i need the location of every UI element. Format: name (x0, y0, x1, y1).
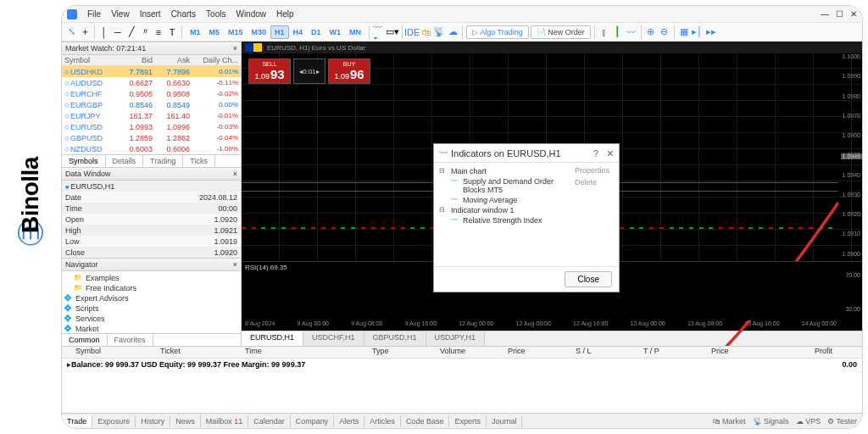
close-icon[interactable]: ✕ (850, 9, 857, 19)
timeframe-H1[interactable]: H1 (270, 25, 289, 39)
toolbox-tab-exposure[interactable]: Exposure (92, 415, 136, 427)
algo-trading-button[interactable]: ▷ Algo Trading (466, 25, 529, 39)
mw-tab-symbols[interactable]: Symbols (62, 155, 106, 167)
status-vps[interactable]: ☁ VPS (796, 417, 821, 426)
dialog-tree-item[interactable]: Indicator window 1 (439, 205, 566, 215)
signals-icon[interactable]: 📡 (433, 26, 445, 38)
toolbox-tab-news[interactable]: News (170, 415, 201, 427)
nav-item[interactable]: Services (64, 314, 239, 324)
market-watch-row[interactable]: USDHKD7.78917.78960.01% (62, 66, 241, 77)
toolbox-tab-experts[interactable]: Experts (449, 415, 487, 427)
toolbox-tab-code base[interactable]: Code Base (401, 415, 450, 427)
timeframe-M5[interactable]: M5 (205, 25, 225, 39)
hline-icon[interactable]: ─ (112, 26, 124, 38)
toolbox-tab-company[interactable]: Company (291, 415, 335, 427)
nav-item[interactable]: Expert Advisors (64, 293, 239, 303)
fib-icon[interactable]: ≡ (153, 26, 164, 38)
shift-icon[interactable]: ▸│ (692, 26, 704, 38)
menu-file[interactable]: File (87, 9, 101, 19)
minimize-icon[interactable]: — (821, 9, 829, 19)
mw-tab-ticks[interactable]: Ticks (183, 155, 215, 167)
dialog-properties-button[interactable]: Properties (575, 166, 615, 175)
market-watch-row[interactable]: EURCHF0.95050.9508-0.02% (62, 88, 241, 99)
nav-tab-favorites[interactable]: Favorites (108, 334, 153, 346)
menu-help[interactable]: Help (276, 9, 294, 19)
data-window-row: Open1.0920 (62, 214, 241, 225)
navigator-close-icon[interactable]: × (233, 260, 237, 269)
candles-icon[interactable]: ┃ (612, 26, 624, 38)
market-icon[interactable]: 🛍 (420, 26, 431, 38)
object-icon[interactable]: ▭▾ (387, 26, 398, 38)
market-watch-row[interactable]: EURGBP0.85460.85490.00% (62, 99, 241, 110)
dialog-tree-item[interactable]: Relative Strength Index (439, 215, 566, 225)
status-signals[interactable]: 📡 Signals (753, 417, 789, 426)
crosshair-icon[interactable]: ＋ (79, 26, 91, 38)
timeframe-M1[interactable]: M1 (186, 25, 205, 39)
autoscroll-icon[interactable]: ▸▸ (705, 26, 717, 38)
lot-input[interactable]: ◂ 0.01 ▸ (293, 58, 326, 84)
bars-icon[interactable]: ⫿ (598, 26, 610, 38)
dialog-tree-item[interactable]: Supply and Demand Order Blocks MT5 (439, 176, 566, 195)
market-watch-row[interactable]: EURJPY161.37161.40-0.01% (62, 110, 241, 121)
menu-window[interactable]: Window (236, 9, 266, 19)
nav-item[interactable]: Scripts (64, 303, 239, 314)
timeframe-M30[interactable]: M30 (248, 25, 271, 39)
navigator-header: Navigator× (62, 258, 241, 271)
trendline-icon[interactable]: ╱ (125, 26, 137, 38)
dialog-close-icon[interactable]: × (607, 147, 614, 160)
toolbox-panel: SymbolTicketTimeTypeVolumePriceS / LT / … (62, 346, 862, 428)
market-watch-close-icon[interactable]: × (233, 44, 237, 53)
toolbox-tab-calendar[interactable]: Calendar (248, 415, 291, 427)
status-market[interactable]: 🛍 Market (713, 417, 746, 426)
data-window-close-icon[interactable]: × (233, 170, 237, 178)
tile-icon[interactable]: ▦ (678, 26, 690, 38)
nav-tab-common[interactable]: Common (62, 334, 108, 346)
vline-icon[interactable]: │ (98, 26, 110, 38)
menu-tools[interactable]: Tools (206, 9, 225, 19)
mw-tab-details[interactable]: Details (106, 155, 144, 167)
indicator-icon[interactable]: 〰▾ (373, 26, 385, 38)
menu-view[interactable]: View (111, 9, 130, 19)
toolbox-tab-trade[interactable]: Trade (62, 415, 92, 427)
menu-charts[interactable]: Charts (171, 9, 196, 19)
timeframe-MN[interactable]: MN (345, 25, 365, 39)
cursor-icon[interactable]: ⤡ (65, 26, 77, 38)
toolbox-tab-mailbox[interactable]: Mailbox 11 (201, 415, 249, 427)
timeframe-M15[interactable]: M15 (224, 25, 248, 39)
toolbox-tab-articles[interactable]: Articles (364, 415, 401, 427)
market-watch-row[interactable]: NZDUSD0.60030.6006-1.09% (62, 143, 241, 154)
text-icon[interactable]: T (166, 26, 178, 38)
toolbox-tab-history[interactable]: History (136, 415, 170, 427)
zoom-out-icon[interactable]: ⊖ (659, 26, 670, 38)
channel-icon[interactable]: 〃 (139, 26, 151, 38)
nav-item[interactable]: Examples (64, 273, 239, 283)
zoom-in-icon[interactable]: ⊕ (645, 26, 657, 38)
line-icon[interactable]: 〰 (626, 26, 637, 38)
market-watch-row[interactable]: EURUSD1.09931.0996-0.03% (62, 121, 241, 132)
ide-icon[interactable]: IDE (406, 26, 418, 38)
status-tester[interactable]: ⚙ Tester (827, 417, 857, 426)
timeframe-H4[interactable]: H4 (289, 25, 308, 39)
dialog-tree-item[interactable]: Main chart (439, 166, 566, 176)
dialog-close-button[interactable]: Close (565, 271, 612, 287)
market-watch-row[interactable]: AUDUSD0.66270.6630-0.11% (62, 77, 241, 88)
maximize-icon[interactable]: ☐ (836, 9, 843, 19)
timeframe-W1[interactable]: W1 (326, 25, 346, 39)
vps-icon[interactable]: ☁ (447, 26, 459, 38)
toolbox-tab-journal[interactable]: Journal (487, 415, 523, 427)
menu-insert[interactable]: Insert (140, 9, 161, 19)
sell-button[interactable]: SELL 1.0993 (248, 58, 291, 84)
nav-item[interactable]: Free Indicators (64, 283, 239, 293)
new-order-button[interactable]: 📄 New Order (531, 25, 591, 39)
toolbox-tab-alerts[interactable]: Alerts (334, 415, 364, 427)
dialog-tree[interactable]: Main chartSupply and Demand Order Blocks… (434, 163, 571, 266)
market-watch-row[interactable]: GBPUSD1.28591.2862-0.04% (62, 132, 241, 143)
timeframe-D1[interactable]: D1 (307, 25, 326, 39)
mw-tab-trading[interactable]: Trading (143, 155, 183, 167)
trade-columns: SymbolTicketTimeTypeVolumePriceS / LT / … (62, 347, 862, 359)
buy-button[interactable]: BUY 1.0996 (328, 58, 370, 84)
dialog-tree-item[interactable]: Moving Average (439, 195, 566, 205)
dialog-help-icon[interactable]: ? (593, 148, 598, 159)
dialog-delete-button[interactable]: Delete (575, 178, 615, 186)
nav-item[interactable]: Market (64, 324, 239, 333)
